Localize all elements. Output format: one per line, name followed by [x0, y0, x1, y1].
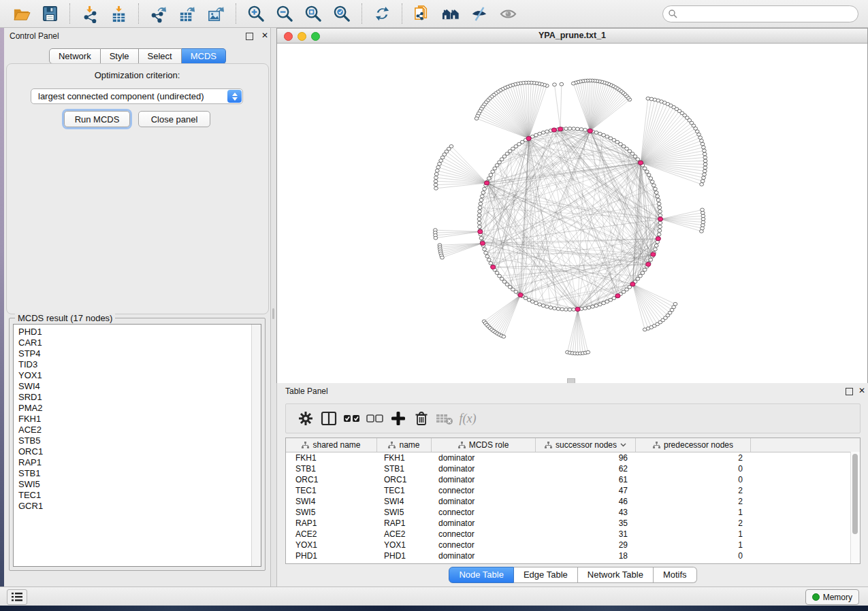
graph-leaf-node[interactable] — [701, 211, 705, 214]
graph-node[interactable] — [654, 248, 658, 251]
save-icon[interactable] — [39, 3, 60, 24]
table-cell[interactable]: 2 — [636, 497, 751, 506]
table-cell[interactable]: dominator — [432, 453, 536, 463]
table-cell[interactable]: ACE2 — [377, 529, 432, 539]
mcds-result-item[interactable]: STB5 — [14, 435, 261, 446]
table-cell[interactable]: 46 — [536, 497, 636, 506]
tab-mcds[interactable]: MCDS — [182, 48, 226, 64]
tab-edge-table[interactable]: Edge Table — [514, 567, 578, 583]
table-cell[interactable]: SWI4 — [286, 497, 377, 506]
graph-node[interactable] — [658, 229, 662, 232]
graph-leaf-node[interactable] — [703, 149, 707, 152]
graph-node[interactable] — [583, 129, 588, 132]
table-cell[interactable]: FKH1 — [377, 453, 432, 463]
graph-leaf-node[interactable] — [560, 82, 564, 86]
table-cell[interactable]: connector — [432, 529, 536, 539]
graph-node[interactable] — [549, 306, 553, 310]
mcds-result-list[interactable]: PHD1CAR1STP4TID3YOX1SWI4SRD1PMA2FKH1ACE2… — [13, 324, 261, 567]
graph-leaf-node[interactable] — [434, 173, 438, 176]
mcds-result-item[interactable]: ORC1 — [14, 446, 261, 457]
table-cell[interactable]: connector — [432, 540, 536, 550]
graph-mcds-hub-node[interactable] — [638, 161, 643, 165]
graph-node[interactable] — [657, 202, 661, 205]
table-cell[interactable]: SWI5 — [286, 508, 377, 517]
graph-node[interactable] — [545, 305, 549, 308]
graph-node[interactable] — [575, 127, 579, 131]
graph-node[interactable] — [493, 167, 497, 170]
graph-node[interactable] — [541, 131, 545, 134]
table-cell[interactable]: dominator — [432, 518, 536, 528]
graph-leaf-node[interactable] — [502, 335, 506, 338]
graph-mcds-hub-node[interactable] — [558, 127, 562, 131]
import-table-icon[interactable] — [108, 3, 129, 24]
graph-node[interactable] — [487, 258, 491, 261]
graph-mcds-hub-node[interactable] — [656, 237, 660, 241]
close-panel-icon[interactable]: ✕ — [858, 386, 865, 395]
graph-leaf-node[interactable] — [701, 227, 705, 230]
mcds-result-item[interactable]: PHD1 — [14, 327, 261, 337]
float-window-icon[interactable] — [246, 33, 253, 40]
graph-leaf-node[interactable] — [434, 176, 438, 180]
graph-leaf-node[interactable] — [646, 97, 650, 100]
graph-leaf-node[interactable] — [703, 169, 707, 173]
graph-leaf-node[interactable] — [438, 162, 442, 165]
show-columns-icon[interactable] — [317, 407, 340, 430]
column-header-MCDS-role[interactable]: MCDS role — [432, 438, 536, 452]
graph-node[interactable] — [545, 130, 549, 133]
graph-node[interactable] — [594, 131, 598, 134]
close-panel-icon[interactable]: ✕ — [261, 31, 268, 40]
graph-leaf-node[interactable] — [703, 152, 707, 156]
table-cell[interactable]: 61 — [536, 475, 636, 484]
mcds-result-item[interactable]: FKH1 — [14, 414, 261, 425]
graph-leaf-node[interactable] — [586, 350, 590, 354]
table-cell[interactable]: 0 — [636, 551, 751, 561]
table-cell[interactable]: 0 — [636, 475, 751, 484]
graph-mcds-hub-node[interactable] — [518, 293, 523, 297]
table-cell[interactable]: 47 — [536, 486, 636, 495]
table-cell[interactable]: 2 — [636, 518, 751, 528]
graph-mcds-hub-node[interactable] — [658, 217, 662, 221]
mcds-result-item[interactable]: SWI4 — [14, 381, 261, 392]
mcds-result-item[interactable]: STB1 — [14, 468, 261, 479]
graph-leaf-node[interactable] — [475, 117, 479, 120]
graph-node[interactable] — [654, 191, 658, 195]
graph-leaf-node[interactable] — [703, 163, 707, 166]
table-row[interactable]: PHD1PHD1dominator180 — [286, 550, 860, 561]
graph-node[interactable] — [650, 180, 654, 184]
graph-leaf-node[interactable] — [703, 166, 707, 169]
graph-leaf-node[interactable] — [571, 82, 575, 85]
table-cell[interactable]: dominator — [432, 551, 536, 561]
table-cell[interactable]: 31 — [536, 529, 636, 539]
mcds-result-item[interactable]: GCR1 — [14, 501, 261, 512]
graph-mcds-hub-node[interactable] — [551, 128, 556, 132]
table-cell[interactable]: ORC1 — [377, 475, 432, 484]
graph-node[interactable] — [591, 305, 595, 308]
graph-mcds-hub-node[interactable] — [615, 294, 620, 298]
search-input[interactable] — [662, 5, 858, 22]
graph-mcds-hub-node[interactable] — [480, 241, 485, 245]
table-row[interactable]: STB1STB1dominator620 — [286, 463, 860, 474]
table-cell[interactable]: 96 — [536, 453, 636, 463]
graph-mcds-hub-node[interactable] — [575, 307, 580, 311]
graph-leaf-node[interactable] — [434, 186, 438, 190]
table-cell[interactable]: dominator — [432, 497, 536, 506]
graph-node[interactable] — [568, 308, 572, 312]
table-cell[interactable]: YOX1 — [286, 540, 377, 550]
table-cell[interactable]: 29 — [536, 540, 636, 550]
close-panel-button[interactable]: Close panel — [138, 111, 210, 127]
graph-leaf-node[interactable] — [434, 183, 438, 186]
graph-node[interactable] — [500, 158, 504, 161]
graph-leaf-node[interactable] — [440, 156, 445, 159]
zoom-fit-icon[interactable] — [303, 3, 323, 24]
graph-node[interactable] — [480, 195, 484, 198]
mcds-result-item[interactable]: TID3 — [14, 359, 261, 370]
graph-node[interactable] — [489, 174, 493, 177]
splitter-handle[interactable] — [272, 308, 274, 319]
graph-leaf-node[interactable] — [435, 169, 439, 172]
table-cell[interactable]: 2 — [636, 486, 751, 495]
graph-node[interactable] — [639, 274, 643, 278]
graph-node[interactable] — [654, 187, 658, 191]
optimization-criterion-select[interactable]: largest connected component (undirected) — [31, 88, 243, 104]
table-scrollbar[interactable] — [850, 452, 860, 563]
table-cell[interactable]: FKH1 — [286, 453, 377, 463]
